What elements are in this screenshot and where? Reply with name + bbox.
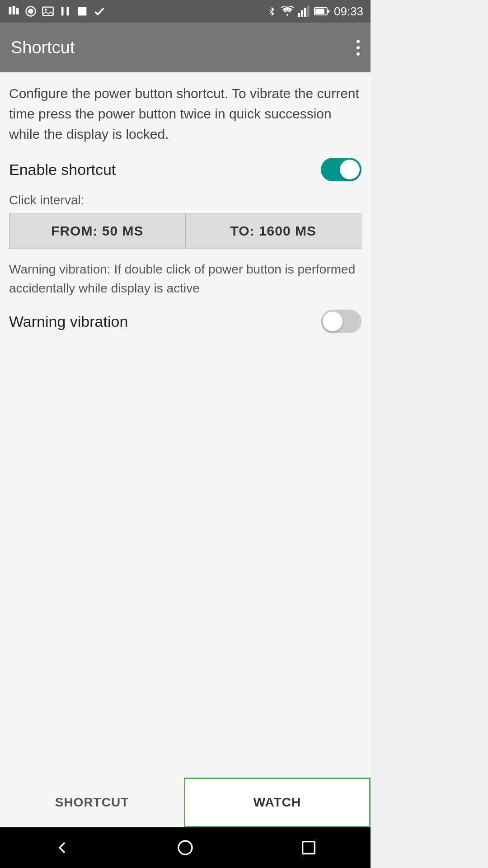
warning-vibration-row: Warning vibration <box>9 305 361 338</box>
battery-icon <box>314 6 330 17</box>
menu-dot-2 <box>357 46 360 49</box>
main-content: Configure the power button shortcut. To … <box>0 72 371 778</box>
enable-shortcut-knob <box>340 160 360 179</box>
recents-button[interactable] <box>297 836 320 859</box>
svg-rect-16 <box>327 10 329 13</box>
svg-rect-8 <box>67 7 69 16</box>
warning-vibration-toggle[interactable] <box>321 310 361 333</box>
enable-shortcut-row: Enable shortcut <box>9 153 361 186</box>
svg-rect-11 <box>298 13 300 17</box>
image-icon <box>42 5 54 18</box>
tab-shortcut-label: SHORTCUT <box>55 795 129 810</box>
bluetooth-icon <box>266 6 277 17</box>
svg-point-10 <box>286 14 288 16</box>
svg-rect-13 <box>304 8 306 17</box>
svg-rect-2 <box>16 8 19 14</box>
warning-vibration-label: Warning vibration <box>9 313 128 330</box>
signal-icon <box>24 5 37 18</box>
tab-shortcut[interactable]: SHORTCUT <box>0 778 184 827</box>
signal-bars-icon <box>298 6 310 17</box>
tab-watch[interactable]: WATCH <box>184 778 371 827</box>
warning-vibration-knob <box>323 311 343 331</box>
app-title: Shortcut <box>11 38 75 57</box>
enable-shortcut-toggle[interactable] <box>321 158 361 181</box>
description-text: Configure the power button shortcut. To … <box>9 83 361 144</box>
status-bar: 09:33 <box>0 0 371 23</box>
svg-rect-5 <box>42 7 53 16</box>
svg-rect-7 <box>61 7 64 16</box>
click-interval-label: Click interval: <box>9 193 361 208</box>
enable-shortcut-label: Enable shortcut <box>9 161 116 179</box>
svg-rect-19 <box>303 842 315 854</box>
svg-point-6 <box>45 9 47 11</box>
svg-rect-1 <box>13 6 15 14</box>
notification-icon <box>7 5 20 18</box>
svg-rect-12 <box>301 10 303 17</box>
status-bar-right: 09:33 <box>266 5 363 19</box>
svg-point-3 <box>28 9 33 14</box>
tab-watch-label: WATCH <box>253 795 301 810</box>
time-display: 09:33 <box>334 5 363 19</box>
from-interval-button[interactable]: FROM: 50 MS <box>9 213 185 249</box>
svg-rect-9 <box>78 7 87 16</box>
svg-rect-14 <box>307 6 310 17</box>
to-interval-button[interactable]: TO: 1600 MS <box>185 213 362 249</box>
bottom-tabs: SHORTCUT WATCH <box>0 778 371 827</box>
svg-rect-17 <box>315 9 324 14</box>
menu-dot-3 <box>357 52 360 56</box>
pause-icon <box>59 5 71 18</box>
app-bar: Shortcut <box>0 23 371 72</box>
menu-dot-1 <box>357 40 360 43</box>
svg-rect-0 <box>9 7 12 14</box>
back-button[interactable] <box>51 836 73 859</box>
home-button[interactable] <box>174 836 197 859</box>
status-bar-left <box>7 5 106 18</box>
more-vert-button[interactable] <box>357 40 360 56</box>
check-icon <box>93 5 106 18</box>
svg-point-18 <box>178 841 192 854</box>
wifi-icon <box>281 6 294 17</box>
nav-bar <box>0 827 371 868</box>
stop-icon <box>76 5 89 18</box>
warning-vibration-description: Warning vibration: If double click of po… <box>9 260 361 298</box>
interval-buttons-container: FROM: 50 MS TO: 1600 MS <box>9 213 361 249</box>
